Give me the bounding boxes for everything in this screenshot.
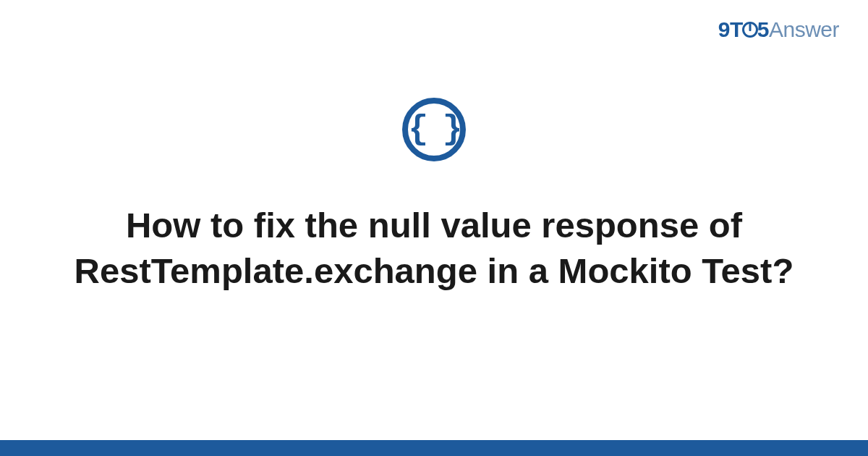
site-logo: 9T5Answer bbox=[718, 17, 839, 42]
braces-icon: { } bbox=[409, 113, 460, 146]
logo-text-9t: 9T bbox=[718, 17, 743, 41]
footer-bar bbox=[0, 440, 868, 456]
question-title: How to fix the null value response of Re… bbox=[51, 203, 817, 293]
logo-text-answer: Answer bbox=[769, 17, 839, 41]
clock-icon bbox=[742, 22, 758, 38]
logo-text-5: 5 bbox=[757, 17, 769, 41]
category-icon: { } bbox=[402, 98, 466, 161]
